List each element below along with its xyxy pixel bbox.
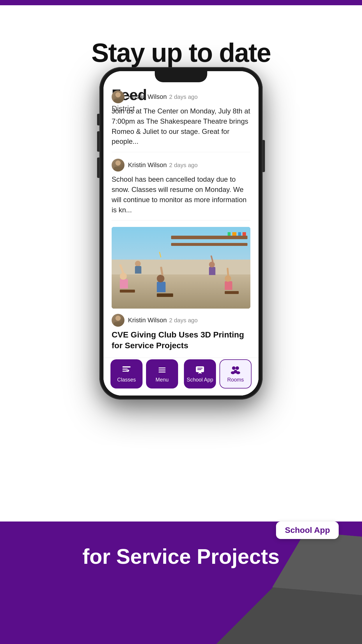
svg-rect-0 <box>122 366 131 368</box>
shelf-item-4 <box>228 232 231 236</box>
post-3-author-info: Kristin Wilson 2 days ago <box>128 316 198 324</box>
s3-desk <box>225 291 239 294</box>
svg-point-10 <box>236 366 239 370</box>
rooms-icon <box>230 365 241 375</box>
svg-point-9 <box>232 366 236 370</box>
post-1-divider <box>112 152 250 152</box>
phone-mockup: Feed District <box>99 67 263 400</box>
nav-right-group: School App Rooms <box>184 359 252 388</box>
student-2 <box>157 275 173 297</box>
s3-body <box>225 281 232 290</box>
student-4 <box>135 261 141 274</box>
student-3 <box>225 275 239 294</box>
volume-up-button <box>97 131 99 152</box>
nav-classes-label: Classes <box>117 377 136 383</box>
post-1-avatar <box>112 90 124 103</box>
svg-rect-3 <box>159 368 166 368</box>
svg-rect-1 <box>122 369 128 370</box>
avatar-head-1 <box>115 92 121 97</box>
avatar-head-3 <box>115 316 121 321</box>
s2-desk <box>157 293 173 297</box>
power-button <box>263 140 265 172</box>
schoolapp-icon <box>195 365 205 375</box>
bottom-nav: Classes Menu <box>103 358 259 396</box>
nav-schoolapp-button[interactable]: School App <box>184 359 216 388</box>
menu-icon <box>157 365 167 375</box>
post-3-time: 2 days ago <box>169 317 198 324</box>
school-app-badge: School App <box>276 522 339 539</box>
post-2-divider <box>112 220 250 220</box>
nav-schoolapp-label: School App <box>187 377 213 383</box>
post-2-author-info: Kristin Wilson 2 days ago <box>128 161 198 169</box>
post-3-author-name: Kristin Wilson <box>128 316 167 324</box>
svg-rect-8 <box>197 369 201 370</box>
s5-head <box>209 262 215 267</box>
nav-left-group: Classes Menu <box>110 359 178 388</box>
nav-menu-label: Menu <box>155 377 168 383</box>
s1-head <box>120 273 127 280</box>
s2-head <box>157 275 164 282</box>
s4-body <box>135 266 141 274</box>
hero-section: Stay up to date <box>0 15 362 85</box>
svg-rect-5 <box>159 372 166 372</box>
avatar-body-3 <box>114 322 122 327</box>
screen-content: Feed District <box>103 71 259 396</box>
post-item-3[interactable]: Kristin Wilson 2 days ago CVE Giving Clu… <box>112 227 250 351</box>
post-1-time: 2 days ago <box>169 94 198 100</box>
post-2-text: School has been cancelled today due to s… <box>112 174 250 215</box>
avatar-image-1 <box>112 90 124 103</box>
post-1-author-info: Kristin Wilson 2 days ago <box>128 93 198 101</box>
student-5 <box>209 262 215 275</box>
post-3-avatar <box>112 314 124 327</box>
shelf-item-2 <box>238 232 241 236</box>
top-accent-bar <box>0 0 362 5</box>
post-3-headline: CVE Giving Club Uses 3D Printing for Ser… <box>112 330 250 351</box>
bottom-text-container: for Service Projects <box>0 545 362 568</box>
post-item-2[interactable]: Kristin Wilson 2 days ago School has bee… <box>112 159 250 220</box>
avatar-head-2 <box>115 160 121 166</box>
s2-body <box>157 282 166 292</box>
avatar-body-1 <box>114 99 122 103</box>
shelf-2 <box>171 243 247 246</box>
classroom-wall <box>112 260 250 274</box>
hero-title: Stay up to date <box>0 15 362 85</box>
svg-rect-7 <box>197 368 203 369</box>
avatar-body-2 <box>114 167 122 172</box>
bottom-purple-section <box>0 522 362 644</box>
feed-posts: Kristin Wilson 2 days ago Join us at The… <box>103 86 259 351</box>
post-1-author-name: Kristin Wilson <box>128 93 167 101</box>
svg-point-13 <box>236 371 240 374</box>
avatar-image-3 <box>112 314 124 327</box>
post-3-author-row: Kristin Wilson 2 days ago <box>112 314 250 327</box>
post-2-avatar <box>112 159 124 172</box>
shelf-item-1 <box>242 232 246 236</box>
s3-head <box>225 275 231 282</box>
post-1-text: Join us at The Center on Monday, July 8t… <box>112 106 250 147</box>
volume-down-button <box>97 158 99 178</box>
post-3-image <box>112 227 250 309</box>
avatar-image-2 <box>112 159 124 172</box>
post-item-1[interactable]: Kristin Wilson 2 days ago Join us at The… <box>112 90 250 152</box>
nav-menu-button[interactable]: Menu <box>146 359 178 388</box>
feed-scroll-area[interactable]: Kristin Wilson 2 days ago Join us at The… <box>103 86 259 358</box>
s1-body <box>120 279 128 288</box>
s1-desk <box>120 290 135 293</box>
nav-rooms-label: Rooms <box>227 377 244 383</box>
shelf-1 <box>171 236 247 239</box>
student-1 <box>120 273 135 293</box>
phone-screen: Feed District <box>103 71 259 396</box>
post-1-author-row: Kristin Wilson 2 days ago <box>112 90 250 103</box>
svg-point-12 <box>231 371 235 374</box>
svg-rect-4 <box>159 370 166 370</box>
s5-body <box>209 267 215 275</box>
post-2-time: 2 days ago <box>169 162 198 169</box>
s4-head <box>135 261 141 267</box>
volume-mute-button <box>97 114 99 125</box>
phone-shell: Feed District <box>99 67 263 400</box>
shelf-item-3 <box>232 232 236 236</box>
nav-classes-button[interactable]: Classes <box>110 359 143 388</box>
nav-rooms-button[interactable]: Rooms <box>219 359 252 388</box>
bottom-main-text: for Service Projects <box>0 545 362 568</box>
post-2-author-row: Kristin Wilson 2 days ago <box>112 159 250 172</box>
post-2-author-name: Kristin Wilson <box>128 161 167 169</box>
